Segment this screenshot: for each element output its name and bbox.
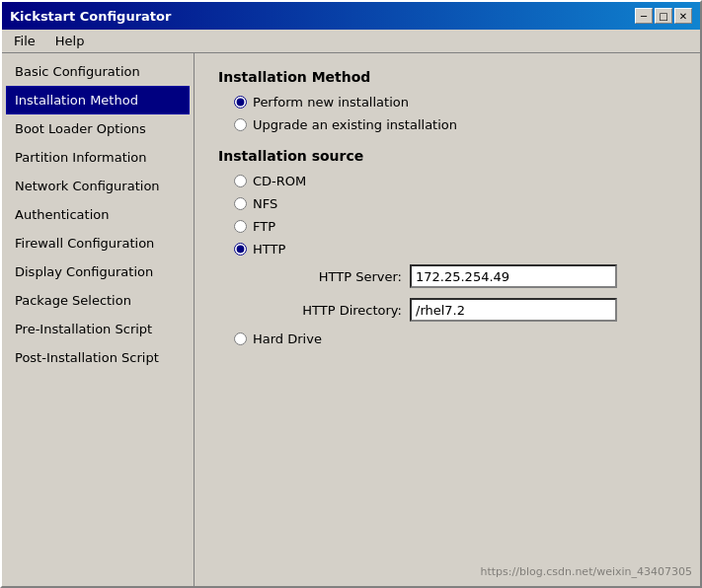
http-label[interactable]: HTTP [253, 242, 285, 257]
installation-method-title: Installation Method [218, 69, 676, 85]
http-directory-row: HTTP Directory: [273, 298, 676, 322]
nfs-radio[interactable] [234, 197, 247, 210]
sidebar-item-network-configuration[interactable]: Network Configuration [6, 172, 190, 200]
title-bar: Kickstart Configurator ─ □ ✕ [2, 2, 700, 30]
sidebar-item-authentication[interactable]: Authentication [6, 200, 190, 229]
main-content: Installation Method Perform new installa… [195, 53, 700, 586]
ftp-radio[interactable] [234, 220, 247, 233]
cdrom-radio[interactable] [234, 175, 247, 187]
harddrive-radio[interactable] [234, 332, 247, 345]
new-install-row: Perform new installation [234, 95, 676, 110]
nfs-row: NFS [234, 196, 676, 211]
installation-source-section: Installation source CD-ROM NFS FTP [218, 148, 676, 346]
harddrive-row: Hard Drive [234, 331, 676, 346]
menu-help[interactable]: Help [47, 32, 93, 50]
nfs-label[interactable]: NFS [253, 196, 277, 211]
menu-bar: File Help [2, 30, 700, 53]
close-button[interactable]: ✕ [674, 8, 692, 24]
sidebar-item-partition-information[interactable]: Partition Information [6, 143, 190, 172]
installation-source-title: Installation source [218, 148, 676, 164]
sidebar-item-boot-loader-options[interactable]: Boot Loader Options [6, 114, 190, 143]
ftp-label[interactable]: FTP [253, 219, 275, 234]
http-server-label: HTTP Server: [273, 269, 402, 284]
maximize-button[interactable]: □ [655, 8, 672, 24]
menu-file[interactable]: File [6, 32, 43, 50]
http-directory-label: HTTP Directory: [273, 303, 402, 318]
sidebar-item-post-installation-script[interactable]: Post-Installation Script [6, 343, 190, 372]
sidebar-item-installation-method[interactable]: Installation Method [6, 86, 190, 114]
sidebar-item-display-configuration[interactable]: Display Configuration [6, 257, 190, 286]
sidebar-item-firewall-configuration[interactable]: Firewall Configuration [6, 229, 190, 257]
cdrom-label[interactable]: CD-ROM [253, 174, 306, 188]
sidebar-item-pre-installation-script[interactable]: Pre-Installation Script [6, 315, 190, 343]
upgrade-radio[interactable] [234, 118, 247, 131]
new-install-label[interactable]: Perform new installation [253, 95, 409, 110]
sidebar: Basic Configuration Installation Method … [2, 53, 195, 586]
install-type-group: Perform new installation Upgrade an exis… [234, 95, 676, 132]
source-radios: CD-ROM NFS FTP HTTP [234, 174, 676, 346]
http-radio[interactable] [234, 243, 247, 256]
ftp-row: FTP [234, 219, 676, 234]
minimize-button[interactable]: ─ [635, 8, 653, 24]
http-server-row: HTTP Server: [273, 264, 676, 288]
title-bar-buttons: ─ □ ✕ [635, 8, 692, 24]
sidebar-item-basic-configuration[interactable]: Basic Configuration [6, 57, 190, 86]
upgrade-row: Upgrade an existing installation [234, 117, 676, 132]
sidebar-item-package-selection[interactable]: Package Selection [6, 286, 190, 315]
http-row: HTTP [234, 242, 676, 257]
http-directory-input[interactable] [410, 298, 617, 322]
new-install-radio[interactable] [234, 96, 247, 109]
harddrive-label[interactable]: Hard Drive [253, 331, 322, 346]
http-server-input[interactable] [410, 264, 617, 288]
upgrade-label[interactable]: Upgrade an existing installation [253, 117, 457, 132]
window-title: Kickstart Configurator [10, 9, 171, 24]
cdrom-row: CD-ROM [234, 174, 676, 188]
